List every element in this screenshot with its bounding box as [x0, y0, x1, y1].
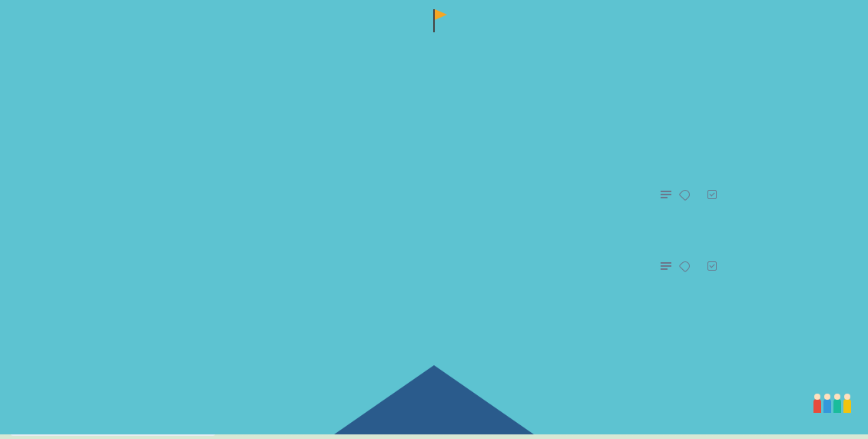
board-canvas: About This Board🐺!Why This Board?Copy Th…	[0, 35, 868, 436]
description-icon	[661, 191, 671, 198]
list: 📈Find Someone Who Can Take The LeadThe D…	[647, 35, 851, 324]
list-cards: The Desired Management Style Checklist!0…	[647, 74, 851, 324]
description-badge	[661, 191, 671, 198]
description-icon	[661, 262, 671, 270]
description-badge	[661, 262, 671, 270]
card-cover	[647, 74, 851, 324]
checklist-icon	[707, 261, 717, 271]
checklist-icon	[707, 190, 717, 199]
card[interactable]: Reading List: Tips To Lead More Effectiv…	[653, 146, 845, 206]
mountain-illustration	[647, 74, 851, 324]
